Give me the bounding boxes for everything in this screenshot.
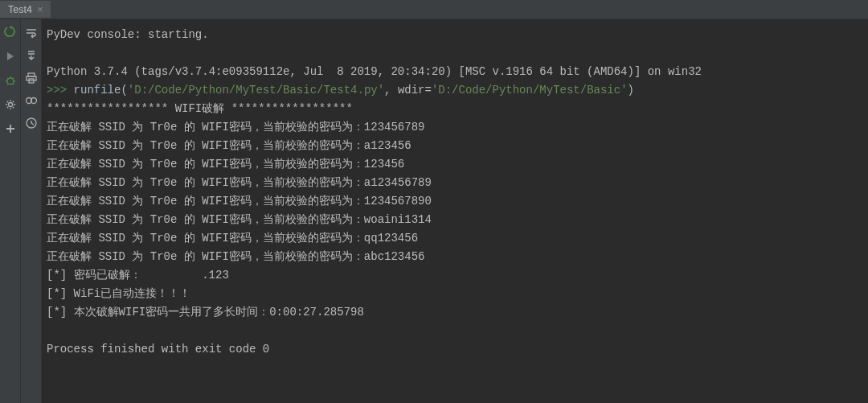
add-icon[interactable] (4, 122, 17, 135)
console-line: 正在破解 SSID 为 Tr0e 的 WIFI密码，当前校验的密码为：a1234… (47, 137, 863, 155)
console-line: 正在破解 SSID 为 Tr0e 的 WIFI密码，当前校验的密码为：12345… (47, 192, 863, 211)
history-icon[interactable] (24, 116, 39, 130)
close-paren: ) (628, 84, 634, 97)
console-line: 正在破解 SSID 为 Tr0e 的 WIFI密码，当前校验的密码为：a1234… (47, 174, 863, 192)
console-line: Python 3.7.4 (tags/v3.7.4:e09359112e, Ju… (47, 63, 863, 81)
print-icon[interactable] (24, 71, 39, 85)
scroll-to-end-icon[interactable] (24, 48, 39, 63)
left-action-gutter (0, 19, 21, 403)
empty-line (47, 322, 863, 340)
console-output[interactable]: PyDev console: starting. Python 3.7.4 (t… (42, 19, 868, 403)
console-line: [*] WiFi已自动连接！！！ (47, 285, 863, 303)
tab-test4[interactable]: Test4 × (0, 1, 51, 18)
console-line: 正在破解 SSID 为 Tr0e 的 WIFI密码，当前校验的密码为：abc12… (47, 248, 863, 266)
separator: , wdir= (384, 84, 432, 97)
console-line: 正在破解 SSID 为 Tr0e 的 WIFI密码，当前校验的密码为：qq123… (47, 229, 863, 248)
console-line: PyDev console: starting. (47, 26, 863, 44)
console-line: [*] 本次破解WIFI密码一共用了多长时间：0:00:27.285798 (47, 303, 863, 322)
rerun-icon[interactable] (4, 26, 17, 39)
console-line: 正在破解 SSID 为 Tr0e 的 WIFI密码，当前校验的密码为：12345… (47, 155, 863, 174)
tab-bar: Test4 × (0, 0, 868, 19)
settings-icon[interactable] (4, 98, 17, 111)
prompt: >>> (47, 84, 74, 97)
console-toolbar (21, 19, 42, 403)
func-name: runfile( (74, 84, 128, 97)
svg-point-8 (8, 103, 12, 107)
play-icon[interactable] (4, 50, 17, 63)
console-line: [*] 密码已破解： .123 (47, 266, 863, 285)
string-arg: 'D:/Code/Python/MyTest/Basic/Test4.py' (128, 84, 384, 97)
tab-label: Test4 (8, 4, 32, 15)
close-icon[interactable]: × (37, 3, 43, 15)
console-line: Process finished with exit code 0 (47, 340, 863, 359)
console-line: ****************** WIFI破解 **************… (47, 100, 863, 118)
main-area: PyDev console: starting. Python 3.7.4 (t… (0, 19, 868, 403)
show-variables-icon[interactable] (24, 93, 39, 108)
debug-icon[interactable] (4, 74, 17, 87)
string-arg: 'D:/Code/Python/MyTest/Basic' (432, 84, 628, 97)
console-line: >>> runfile('D:/Code/Python/MyTest/Basic… (47, 81, 863, 100)
console-line: 正在破解 SSID 为 Tr0e 的 WIFI密码，当前校验的密码为：woain… (47, 211, 863, 229)
soft-wrap-icon[interactable] (24, 26, 39, 40)
empty-line (47, 44, 863, 63)
console-line: 正在破解 SSID 为 Tr0e 的 WIFI密码，当前校验的密码为：12345… (47, 118, 863, 137)
